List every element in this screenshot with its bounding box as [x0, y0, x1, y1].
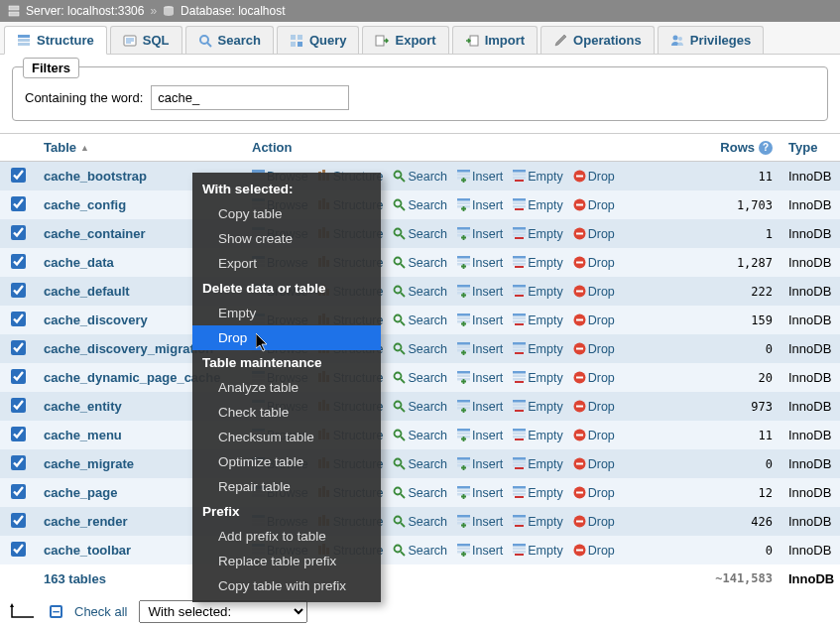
action-drop[interactable]: Drop	[573, 256, 615, 270]
action-insert[interactable]: Insert	[457, 285, 503, 299]
row-checkbox[interactable]	[11, 254, 26, 269]
action-empty[interactable]: Empty	[513, 429, 562, 442]
action-search[interactable]: Search	[393, 227, 447, 241]
action-drop[interactable]: Drop	[573, 371, 615, 385]
action-search[interactable]: Search	[393, 486, 447, 500]
action-drop[interactable]: Drop	[573, 544, 615, 558]
action-search[interactable]: Search	[393, 400, 447, 414]
tab-search[interactable]: Search	[185, 26, 274, 54]
context-menu-item[interactable]: Replace table prefix	[192, 549, 381, 573]
row-checkbox[interactable]	[11, 340, 26, 355]
action-insert[interactable]: Insert	[457, 457, 503, 471]
action-search[interactable]: Search	[393, 515, 447, 529]
action-search[interactable]: Search	[393, 371, 447, 385]
action-drop[interactable]: Drop	[573, 227, 615, 241]
action-insert[interactable]: Insert	[457, 515, 503, 529]
action-insert[interactable]: Insert	[457, 486, 503, 500]
context-menu-item[interactable]: Add prefix to table	[192, 524, 381, 549]
tab-structure[interactable]: Structure	[4, 26, 107, 55]
action-search[interactable]: Search	[393, 457, 447, 471]
action-empty[interactable]: Empty	[513, 342, 562, 356]
context-menu-item[interactable]: Check table	[192, 400, 381, 425]
action-drop[interactable]: Drop	[573, 342, 615, 356]
action-insert[interactable]: Insert	[457, 371, 503, 385]
action-search[interactable]: Search	[393, 429, 447, 442]
row-checkbox[interactable]	[11, 225, 26, 240]
check-all-link[interactable]: Check all	[74, 604, 127, 619]
action-insert[interactable]: Insert	[457, 314, 503, 327]
col-header-type[interactable]: Type	[780, 134, 840, 161]
action-search[interactable]: Search	[393, 170, 447, 184]
action-empty[interactable]: Empty	[513, 227, 562, 241]
action-insert[interactable]: Insert	[457, 400, 503, 414]
row-checkbox[interactable]	[11, 283, 26, 298]
action-drop[interactable]: Drop	[573, 285, 615, 299]
action-empty[interactable]: Empty	[513, 457, 562, 471]
context-menu-item[interactable]: Checksum table	[192, 425, 381, 449]
row-checkbox[interactable]	[11, 398, 26, 413]
action-insert[interactable]: Insert	[457, 544, 503, 558]
action-insert[interactable]: Insert	[457, 429, 503, 442]
row-checkbox[interactable]	[11, 168, 26, 183]
col-header-rows[interactable]: Rows ?	[701, 134, 780, 161]
tab-operations[interactable]: Operations	[540, 26, 655, 54]
action-drop[interactable]: Drop	[573, 400, 615, 414]
breadcrumb-server[interactable]: Server: localhost:3306	[26, 4, 144, 18]
context-menu-item[interactable]: Show create	[192, 226, 381, 251]
action-drop[interactable]: Drop	[573, 314, 615, 327]
tab-privileges[interactable]: Privileges	[658, 26, 764, 54]
action-empty[interactable]: Empty	[513, 371, 562, 385]
action-empty[interactable]: Empty	[513, 314, 562, 327]
action-drop[interactable]: Drop	[573, 457, 615, 471]
row-checkbox[interactable]	[11, 455, 26, 470]
context-menu-item[interactable]: Copy table	[192, 201, 381, 226]
action-drop[interactable]: Drop	[573, 486, 615, 500]
context-menu-item[interactable]: Empty	[192, 301, 381, 325]
row-checkbox[interactable]	[11, 427, 26, 441]
context-menu-item[interactable]: Copy table with prefix	[192, 573, 381, 598]
action-search[interactable]: Search	[393, 198, 447, 212]
action-search[interactable]: Search	[393, 342, 447, 356]
action-insert[interactable]: Insert	[457, 342, 503, 356]
row-checkbox[interactable]	[11, 513, 26, 528]
context-menu-item[interactable]: Export	[192, 251, 381, 276]
with-selected-dropdown[interactable]: With selected:	[139, 600, 307, 623]
tab-import[interactable]: Import	[452, 26, 538, 54]
uncheck-all-icon[interactable]: −	[50, 605, 62, 618]
breadcrumb-database[interactable]: Database: localhost	[180, 4, 285, 18]
row-checkbox[interactable]	[11, 484, 26, 499]
tab-export[interactable]: Export	[362, 26, 448, 54]
action-insert[interactable]: Insert	[457, 227, 503, 241]
action-search[interactable]: Search	[393, 285, 447, 299]
action-empty[interactable]: Empty	[513, 515, 562, 529]
action-empty[interactable]: Empty	[513, 285, 562, 299]
col-header-table[interactable]: Table ▲	[36, 134, 244, 161]
action-search[interactable]: Search	[393, 314, 447, 327]
action-empty[interactable]: Empty	[513, 256, 562, 270]
action-drop[interactable]: Drop	[573, 515, 615, 529]
action-empty[interactable]: Empty	[513, 198, 562, 212]
action-search[interactable]: Search	[393, 256, 447, 270]
action-drop[interactable]: Drop	[573, 198, 615, 212]
action-search[interactable]: Search	[393, 544, 447, 558]
action-empty[interactable]: Empty	[513, 486, 562, 500]
action-drop[interactable]: Drop	[573, 170, 615, 184]
action-empty[interactable]: Empty	[513, 170, 562, 184]
context-menu-item[interactable]: Drop	[192, 325, 381, 350]
action-empty[interactable]: Empty	[513, 544, 562, 558]
tab-query[interactable]: Query	[277, 26, 360, 54]
tab-sql[interactable]: SQL	[110, 26, 182, 54]
action-insert[interactable]: Insert	[457, 170, 503, 184]
action-drop[interactable]: Drop	[573, 429, 615, 442]
action-empty[interactable]: Empty	[513, 400, 562, 414]
row-checkbox[interactable]	[11, 542, 26, 557]
context-menu-item[interactable]: Optimize table	[192, 449, 381, 474]
action-insert[interactable]: Insert	[457, 198, 503, 212]
action-insert[interactable]: Insert	[457, 256, 503, 270]
row-checkbox[interactable]	[11, 369, 26, 384]
row-checkbox[interactable]	[11, 196, 26, 211]
context-menu-item[interactable]: Repair table	[192, 474, 381, 499]
help-icon[interactable]: ?	[759, 141, 773, 155]
context-menu-item[interactable]: Analyze table	[192, 375, 381, 400]
filter-input[interactable]	[151, 85, 349, 110]
